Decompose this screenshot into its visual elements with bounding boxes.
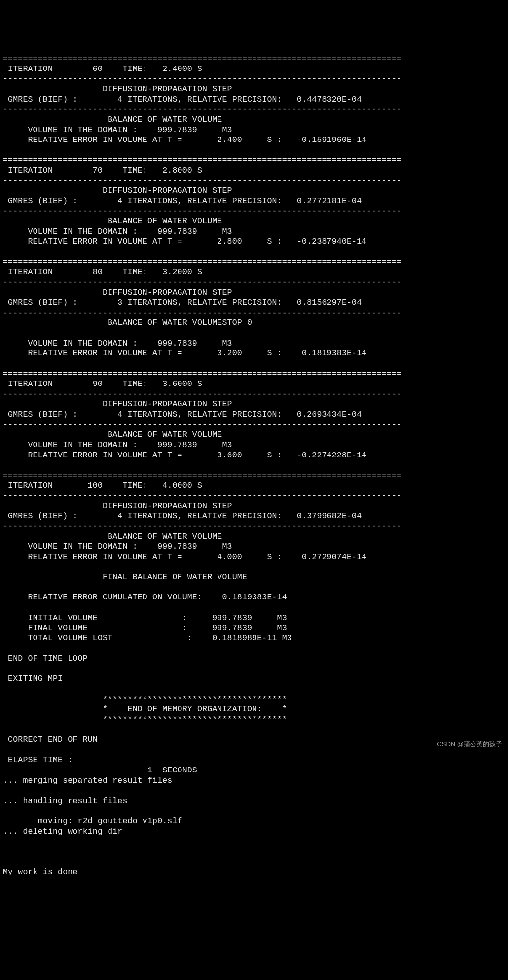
terminal-output: ========================================…: [0, 51, 508, 880]
watermark-text: CSDN @蒲公英的孩子: [437, 740, 502, 748]
